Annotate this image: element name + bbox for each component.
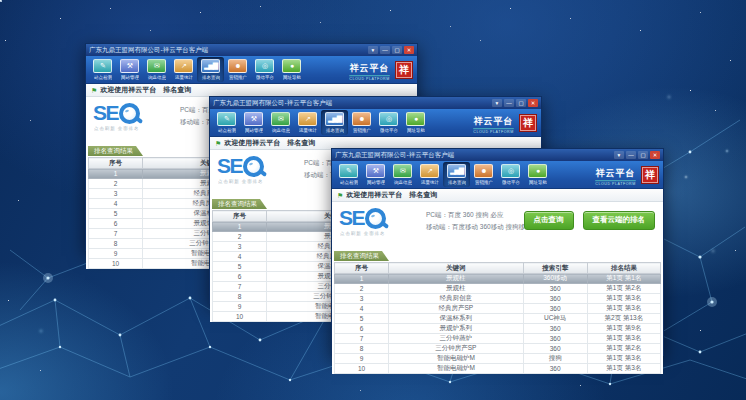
toolbar-item[interactable]: ☻ 营销推广 (224, 57, 251, 82)
table-row[interactable]: 7 三分钟蒸炉 360 第1页 第3名 (335, 334, 661, 344)
toolbar-item[interactable]: ⚒ 网站管理 (362, 162, 389, 187)
cell-rank: 第1页 第9名 (587, 324, 660, 334)
cell-index: 1 (213, 222, 267, 232)
toolbar-item[interactable]: ◎ 微信平台 (497, 162, 524, 187)
table-row[interactable]: 4 经典房产SP 360 第1页 第3名 (335, 304, 661, 314)
toolbar-item[interactable]: ✉ 询盘信息 (143, 57, 170, 82)
marketing-promotion-icon: ☻ (474, 164, 493, 178)
site-navigation-icon: ● (282, 59, 301, 73)
table-row[interactable]: 10 智能电磁炉M 360 第1页 第3名 (335, 364, 661, 374)
table-row[interactable]: 5 保温杯系列 UC神马 第2页 第13名 (335, 314, 661, 324)
section-title: 排名查询 (163, 85, 191, 95)
cell-index: 4 (213, 252, 267, 262)
window-titlebar[interactable]: 广东九鼎王盟网有限公司-祥云平台客户端 ▾ — ▢ ✕ (210, 97, 541, 109)
skin-button[interactable]: ▾ (614, 151, 624, 159)
cell-engine: 360 (523, 324, 587, 334)
tab-ranking-results[interactable]: 排名查询结果 (334, 251, 389, 261)
minimize-button[interactable]: — (504, 99, 514, 107)
maximize-button[interactable]: ▢ (516, 99, 526, 107)
toolbar-item[interactable]: ✎ 站点检测 (89, 57, 116, 82)
cell-engine: 360 (523, 294, 587, 304)
query-button[interactable]: 点击查询 (524, 211, 574, 230)
table-header-cell: 搜索引擎 (523, 263, 587, 274)
cell-rank: 第1页 第3名 (587, 294, 660, 304)
cell-index: 8 (89, 239, 143, 249)
tab-ranking-results[interactable]: 排名查询结果 (88, 146, 143, 156)
table-row[interactable]: 1 景观柱 360移动 第1页 第1名 (335, 274, 661, 284)
brand-name: 祥云平台 (596, 168, 636, 178)
toolbar-item-label: 营销推广 (353, 127, 371, 132)
window-title: 广东九鼎王盟网有限公司-祥云平台客户端 (89, 46, 368, 55)
toolbar-item-label: 排名查询 (202, 74, 220, 79)
toolbar-item-label: 流量统计 (421, 179, 439, 184)
toolbar-item[interactable]: ⚒ 网站管理 (240, 110, 267, 135)
minimize-button[interactable]: — (380, 46, 390, 54)
brand-name: 祥云平台 (350, 63, 390, 73)
table-header-cell: 序号 (213, 211, 267, 222)
table-header-cell: 排名结果 (587, 263, 660, 274)
app-window-front[interactable]: 广东九鼎王盟网有限公司-祥云平台客户端 ▾ — ▢ ✕ ✎ 站点检测 ⚒ 网站管… (331, 148, 664, 356)
skin-button[interactable]: ▾ (492, 99, 502, 107)
window-titlebar[interactable]: 广东九鼎王盟网有限公司-祥云平台客户端 ▾ — ▢ ✕ (86, 44, 417, 56)
content-area: SE 点击刷新 全面排名 PC端：百度 360 搜狗 必应 移动端：百度移动 3… (332, 202, 663, 374)
seo-tagline: 点击刷新 全面排名 (340, 230, 385, 235)
inquiry-message-icon: ✉ (393, 164, 412, 178)
brand-subtitle: CLOUD PLATFORM (473, 128, 514, 133)
toolbar-item-label: 流量统计 (175, 74, 193, 79)
seo-logo: SE (217, 155, 264, 177)
cell-index: 3 (89, 189, 143, 199)
table-row[interactable]: 9 智能电磁炉M 搜狗 第1页 第3名 (335, 354, 661, 364)
toolbar-item[interactable]: ⚒ 网站管理 (116, 57, 143, 82)
toolbar-items: ✎ 站点检测 ⚒ 网站管理 ✉ 询盘信息 ↗ 流量统计 ▂▅▇ 排名查询 (335, 162, 551, 187)
brand-logo: 祥云平台 CLOUD PLATFORM 祥 (471, 110, 538, 135)
table-row[interactable]: 2 景观柱 360 第1页 第2名 (335, 284, 661, 294)
table-row[interactable]: 6 景观炉系列 360 第1页 第9名 (335, 324, 661, 334)
view-cloud-ranking-button[interactable]: 查看云端的排名 (583, 211, 656, 230)
toolbar-item[interactable]: ↗ 流量统计 (294, 110, 321, 135)
toolbar-item[interactable]: ◎ 微信平台 (375, 110, 402, 135)
brand-seal-icon: 祥 (395, 61, 413, 79)
ranking-table: 序号关键词搜索引擎排名结果 1 景观柱 360移动 第1页 第1名 2 景观柱 … (334, 262, 661, 374)
skin-button[interactable]: ▾ (368, 46, 378, 54)
toolbar-item[interactable]: ✉ 询盘信息 (389, 162, 416, 187)
cell-index: 8 (213, 292, 267, 302)
toolbar-item-label: 微信平台 (502, 179, 520, 184)
toolbar-item[interactable]: ● 网址导航 (278, 57, 305, 82)
close-button[interactable]: ✕ (528, 99, 538, 107)
toolbar-item[interactable]: ☻ 营销推广 (470, 162, 497, 187)
toolbar-item[interactable]: ● 网址导航 (524, 162, 551, 187)
toolbar-item[interactable]: ↗ 流量统计 (170, 57, 197, 82)
table-row[interactable]: 3 经典厨创意 360 第1页 第3名 (335, 294, 661, 304)
cell-engine: UC神马 (523, 314, 587, 324)
seo-header-row: SE 点击刷新 全面排名 PC端：百度 360 搜狗 必应 移动端：百度移动 3… (334, 202, 661, 244)
minimize-button[interactable]: — (626, 151, 636, 159)
table-row[interactable]: 8 三分钟房产SP 360 第1页 第2名 (335, 344, 661, 354)
maximize-button[interactable]: ▢ (638, 151, 648, 159)
wechat-platform-icon: ◎ (501, 164, 520, 178)
toolbar-item[interactable]: ◎ 微信平台 (251, 57, 278, 82)
table-header-cell: 序号 (335, 263, 389, 274)
toolbar-item[interactable]: ▂▅▇ 排名查询 (443, 162, 470, 187)
site-navigation-icon: ● (528, 164, 547, 178)
cell-index: 9 (213, 302, 267, 312)
toolbar-item[interactable]: ✎ 站点检测 (335, 162, 362, 187)
toolbar-item[interactable]: ↗ 流量统计 (416, 162, 443, 187)
cell-index: 6 (335, 324, 389, 334)
close-button[interactable]: ✕ (404, 46, 414, 54)
toolbar-item[interactable]: ▂▅▇ 排名查询 (321, 110, 348, 135)
table-header-row: 序号关键词搜索引擎排名结果 (335, 263, 661, 274)
seo-logo-text: SE (217, 155, 242, 177)
toolbar-item[interactable]: ✉ 询盘信息 (267, 110, 294, 135)
toolbar-item-label: 网址导航 (529, 179, 547, 184)
toolbar-item[interactable]: ● 网址导航 (402, 110, 429, 135)
toolbar-item-label: 排名查询 (326, 127, 344, 132)
toolbar-item-label: 网址导航 (283, 74, 301, 79)
toolbar-item[interactable]: ▂▅▇ 排名查询 (197, 57, 224, 82)
toolbar-item[interactable]: ✎ 站点检测 (213, 110, 240, 135)
close-button[interactable]: ✕ (650, 151, 660, 159)
cell-index: 4 (335, 304, 389, 314)
maximize-button[interactable]: ▢ (392, 46, 402, 54)
window-titlebar[interactable]: 广东九鼎王盟网有限公司-祥云平台客户端 ▾ — ▢ ✕ (332, 149, 663, 161)
toolbar-item[interactable]: ☻ 营销推广 (348, 110, 375, 135)
tab-ranking-results[interactable]: 排名查询结果 (212, 199, 267, 209)
